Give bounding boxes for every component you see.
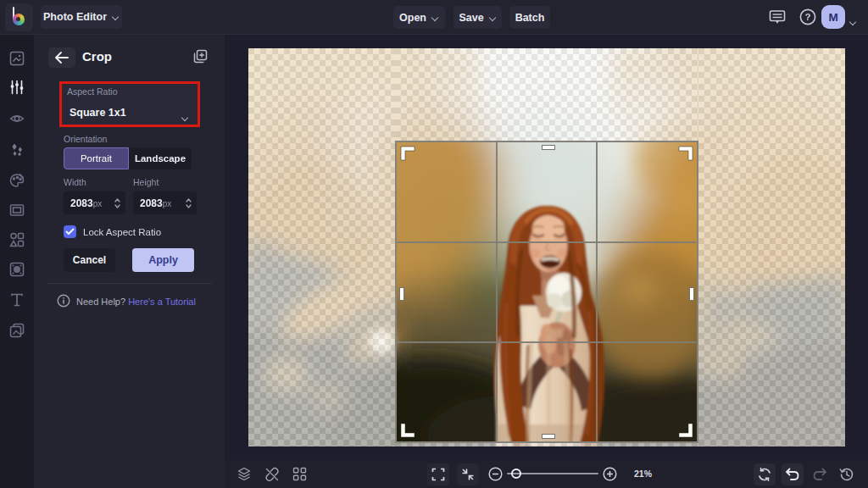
svg-text:?: ? xyxy=(804,12,810,22)
